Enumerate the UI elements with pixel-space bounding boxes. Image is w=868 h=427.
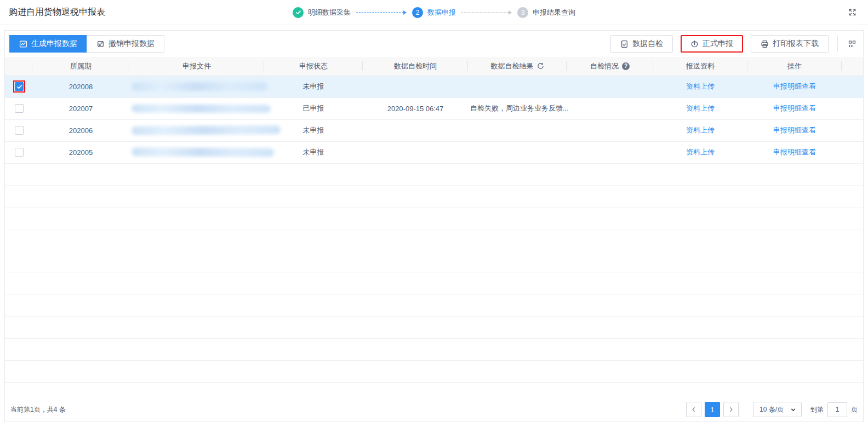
- page-header: 购进自用货物退税申报表 明细数据采集 2 数据申报 3 申报结果查询: [0, 0, 868, 25]
- upload-material-link[interactable]: 资料上传: [686, 148, 715, 156]
- header-self-check-time: 数据自检时间: [363, 57, 468, 76]
- help-icon[interactable]: ?: [622, 62, 630, 70]
- cell-status: 未申报: [264, 76, 363, 97]
- revoke-declare-data-button[interactable]: 撤销申报数据: [87, 35, 164, 53]
- header-self-check-result: 数据自检结果: [468, 57, 567, 76]
- header-label: 自检情况: [590, 61, 619, 71]
- cell-period: 202007: [32, 97, 129, 119]
- header-period: 所属期: [32, 57, 129, 76]
- step-indicator: 明细数据采集 2 数据申报 3 申报结果查询: [293, 0, 575, 25]
- annotation-checkbox-highlight: [13, 80, 25, 93]
- cell-submit-material: 资料上传: [653, 76, 747, 97]
- button-label: 生成申报数据: [31, 39, 77, 49]
- printer-icon: [761, 40, 769, 48]
- table-row[interactable]: 202006 未申报 资料上传 申报明细查看: [5, 119, 863, 141]
- fullscreen-expand-icon[interactable]: [846, 5, 859, 19]
- step-done-check-icon: [293, 7, 304, 18]
- page-1-button[interactable]: 1: [705, 402, 720, 417]
- row-checkbox[interactable]: [15, 148, 24, 157]
- pagination-bar: 当前第1页，共4 条 1 10 条/页 到第 页: [5, 397, 863, 422]
- upload-material-link[interactable]: 资料上传: [686, 82, 715, 90]
- step-3-number: 3: [517, 7, 528, 18]
- redacted-file-blob: [132, 104, 271, 113]
- upload-material-link[interactable]: 资料上传: [686, 104, 715, 112]
- upload-material-link[interactable]: 资料上传: [686, 126, 715, 134]
- filler-cell: [842, 76, 863, 97]
- cell-submit-material: 资料上传: [653, 141, 747, 163]
- upload-arrow-icon: [690, 40, 699, 48]
- declare-detail-link[interactable]: 申报明细查看: [773, 104, 816, 112]
- cell-declare-file: [129, 119, 264, 141]
- row-checkbox[interactable]: [15, 82, 24, 91]
- redacted-file-blob: [132, 147, 274, 157]
- declare-detail-link[interactable]: 申报明细查看: [773, 148, 816, 156]
- cell-submit-material: 资料上传: [653, 97, 747, 119]
- step-label: 数据申报: [427, 8, 456, 18]
- cell-check-time: [363, 76, 468, 97]
- table-row[interactable]: 202008 未申报 资料上传 申报明细查看: [5, 76, 863, 97]
- cell-declare-file: [129, 141, 264, 163]
- button-label: 正式申报: [703, 39, 733, 49]
- filler-cell: [842, 119, 863, 141]
- document-check-icon: [620, 40, 629, 48]
- cell-period: 202008: [32, 76, 129, 97]
- goto-page-input[interactable]: [827, 402, 847, 417]
- formal-declare-button[interactable]: 正式申报: [681, 35, 743, 53]
- next-page-button[interactable]: [723, 402, 739, 417]
- step-label: 明细数据采集: [308, 8, 351, 18]
- table-row[interactable]: 202007 已申报 2020-09-15 06:47 自检失败，周边业务业务反…: [5, 97, 863, 119]
- goto-unit: 页: [851, 405, 858, 414]
- cell-declare-file: [129, 97, 264, 119]
- cell-check-time: 2020-09-15 06:47: [363, 97, 468, 119]
- cell-check-time: [363, 119, 468, 141]
- chevron-down-icon: [790, 407, 796, 413]
- app-window: 购进自用货物退税申报表 明细数据采集 2 数据申报 3 申报结果查询: [0, 0, 868, 427]
- data-self-check-button[interactable]: 数据自检: [610, 35, 673, 53]
- step-label: 申报结果查询: [533, 8, 575, 18]
- header-label: 数据自检结果: [491, 61, 534, 71]
- declare-table: 所属期 申报文件 申报状态 数据自检时间 数据自检结果: [5, 57, 863, 164]
- redacted-file-blob: [132, 82, 267, 91]
- pager-controls: 1 10 条/页 到第 页: [683, 402, 858, 417]
- cell-submit-material: 资料上传: [653, 119, 747, 141]
- button-label: 数据自检: [632, 39, 663, 49]
- cell-check-time: [363, 141, 468, 163]
- filler-cell: [842, 141, 863, 163]
- pagination-summary: 当前第1页，共4 条: [10, 405, 66, 414]
- cell-check-situation: [567, 97, 653, 119]
- header-operation: 操作: [747, 57, 842, 76]
- declare-detail-link[interactable]: 申报明细查看: [773, 82, 816, 90]
- toolbar-divider: [837, 36, 838, 52]
- row-checkbox[interactable]: [15, 104, 24, 113]
- step-3-declare-result-query: 3 申报结果查询: [517, 7, 575, 18]
- cell-check-situation: [567, 76, 653, 97]
- page-title: 购进自用货物退税申报表: [9, 7, 105, 18]
- cell-operation: 申报明细查看: [747, 97, 842, 119]
- right-button-group: 数据自检 正式申报 打印报表下载: [610, 35, 859, 53]
- cell-check-result: [468, 76, 567, 97]
- cell-check-situation: [567, 119, 653, 141]
- goto-label: 到第: [810, 405, 824, 414]
- column-settings-icon[interactable]: [846, 37, 859, 50]
- cell-check-situation: [567, 141, 653, 163]
- declare-detail-link[interactable]: 申报明细查看: [773, 126, 816, 134]
- cell-declare-file: [129, 76, 264, 97]
- row-checkbox[interactable]: [15, 126, 24, 135]
- step-1-detail-data-collect: 明细数据采集: [293, 7, 351, 18]
- left-button-group: 生成申报数据 撤销申报数据: [9, 35, 164, 53]
- generate-declare-data-button[interactable]: 生成申报数据: [9, 35, 87, 53]
- toolbar: 生成申报数据 撤销申报数据 数据自检: [5, 31, 863, 57]
- table-row[interactable]: 202005 未申报 资料上传 申报明细查看: [5, 141, 863, 163]
- table-header-row: 所属期 申报文件 申报状态 数据自检时间 数据自检结果: [5, 57, 863, 76]
- page-size-select[interactable]: 10 条/页: [753, 402, 802, 417]
- filler-cell: [842, 97, 863, 119]
- cell-check-result: 自检失败，周边业务业务反馈...: [468, 97, 567, 119]
- page-size-value: 10 条/页: [760, 405, 784, 414]
- cell-status: 未申报: [264, 141, 363, 163]
- print-report-download-button[interactable]: 打印报表下载: [751, 35, 829, 53]
- refresh-icon[interactable]: [537, 62, 544, 70]
- undo-box-icon: [96, 40, 105, 48]
- step-connector-arrow-icon: [356, 10, 407, 15]
- header-submit-material: 报送资料: [653, 57, 747, 76]
- prev-page-button[interactable]: [686, 402, 701, 417]
